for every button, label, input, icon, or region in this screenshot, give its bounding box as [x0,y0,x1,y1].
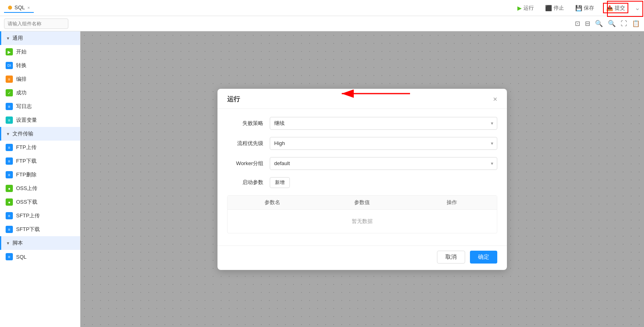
params-col-value: 参数值 [317,199,407,206]
dialog-overlay: 运行 × 失败策略 继续 结束 ▾ [80,31,644,327]
process-priority-label: 流程优先级 [227,140,263,147]
sidebar-item-success-label: 成功 [16,89,27,96]
stop-button[interactable]: ⬛ 停止 [543,4,566,12]
sidebar-category-general[interactable]: ▼ 通用 [0,31,80,45]
sidebar-item-oss-download-label: OSS下载 [16,198,37,206]
sidebar-item-schedule[interactable]: ≡ 编排 [0,72,80,86]
startup-params-label: 启动参数 [227,179,263,186]
sidebar-item-oss-upload[interactable]: ● OSS上传 [0,182,80,195]
select-tool-icon[interactable]: ⊡ [575,20,580,27]
sidebar-item-sftp-upload-label: SFTP上传 [16,212,40,219]
category-filetransfer-label: 文件传输 [12,130,33,137]
tab-dot [8,6,12,10]
sidebar: ▼ 通用 ▶ 开始 DI 转换 ≡ 编排 ✓ 成功 ≡ 写日志 ≡ 设置变量 ▼ [0,31,80,327]
main-layout: ▼ 通用 ▶ 开始 DI 转换 ≡ 编排 ✓ 成功 ≡ 写日志 ≡ 设置变量 ▼ [0,31,644,327]
sidebar-item-success[interactable]: ✓ 成功 [0,86,80,100]
sidebar-item-log[interactable]: ≡ 写日志 [0,100,80,113]
dialog-close-button[interactable]: × [493,96,497,103]
sidebar-item-schedule-label: 编排 [16,76,27,83]
failure-strategy-select[interactable]: 继续 结束 [270,117,497,130]
worker-group-select[interactable]: default [270,157,497,170]
top-toolbar: ▶ 运行 ⬛ 停止 💾 保存 📤 提交 ⌄ [515,3,640,13]
params-table: 参数名 参数值 操作 暂无数据 [227,195,497,233]
collapse-icon[interactable]: ⌄ [635,4,640,12]
sidebar-item-sftp-download-label: SFTP下载 [16,226,40,233]
fit-icon[interactable]: ⊟ [585,20,590,27]
run-button[interactable]: ▶ 运行 [515,4,536,12]
sidebar-item-log-label: 写日志 [16,103,32,110]
schedule-icon: ≡ [6,76,13,83]
transform-icon: DI [6,62,13,69]
worker-group-row: Worker分组 default ▾ [227,157,497,170]
setvar-icon: ≡ [6,116,13,124]
canvas-area[interactable]: 运行 × 失败策略 继续 结束 ▾ [80,31,644,327]
process-priority-select[interactable]: High Medium Low [270,137,497,150]
params-table-header: 参数名 参数值 操作 [228,196,497,210]
sidebar-item-oss-download[interactable]: ● OSS下载 [0,195,80,209]
sidebar-item-ftp-upload-label: FTP上传 [16,144,37,151]
cancel-button[interactable]: 取消 [437,251,465,264]
sidebar-category-script[interactable]: ▼ 脚本 [0,236,80,250]
sidebar-item-sql-label: SQL [16,254,27,260]
params-col-action: 操作 [407,199,497,206]
startup-params-header-row: 启动参数 新增 [227,177,497,188]
sidebar-item-ftp-delete[interactable]: ≡ FTP删除 [0,168,80,182]
startup-params-section: 启动参数 新增 参数名 参数值 操作 暂无数据 [227,177,497,233]
zoom-out-icon[interactable]: 🔍 [595,20,603,27]
sidebar-item-sql[interactable]: ≡ SQL [0,250,80,264]
sidebar-item-start[interactable]: ▶ 开始 [0,45,80,59]
tab-sql[interactable]: SQL × [4,3,34,13]
sidebar-item-ftp-download-label: FTP下载 [16,157,37,165]
ftp-download-icon: ≡ [6,157,13,165]
ftp-upload-icon: ≡ [6,144,13,151]
dialog-footer: 取消 确定 [217,245,507,270]
submit-label: 提交 [615,4,625,12]
search-input[interactable] [4,18,68,29]
confirm-button[interactable]: 确定 [470,251,497,264]
category-general-label: 通用 [12,35,23,42]
sftp-download-icon: ≡ [6,226,13,233]
zoom-in-icon[interactable]: 🔍 [608,20,616,27]
save-label: 保存 [584,4,594,12]
tab-list: SQL × [4,3,34,13]
sidebar-item-ftp-upload[interactable]: ≡ FTP上传 [0,141,80,154]
sidebar-item-ftp-download[interactable]: ≡ FTP下载 [0,154,80,168]
run-dialog: 运行 × 失败策略 继续 结束 ▾ [217,89,507,270]
sidebar-item-oss-upload-label: OSS上传 [16,185,37,192]
tab-close-icon[interactable]: × [27,5,30,10]
submit-icon: 📤 [606,5,613,11]
sidebar-item-sftp-download[interactable]: ≡ SFTP下载 [0,223,80,236]
stop-label: 停止 [554,4,564,12]
worker-group-select-wrapper: default ▾ [270,157,497,170]
tab-label: SQL [14,4,25,10]
oss-upload-icon: ● [6,185,13,192]
run-label: 运行 [523,4,534,12]
failure-strategy-row: 失败策略 继续 结束 ▾ [227,117,497,130]
chevron-script-icon: ▼ [6,241,10,245]
submit-button[interactable]: 📤 提交 [603,3,628,13]
save-button[interactable]: 💾 保存 [573,4,597,12]
sidebar-item-sftp-upload[interactable]: ≡ SFTP上传 [0,209,80,223]
dialog-body: 失败策略 继续 结束 ▾ 流程优先级 [217,109,507,245]
dialog-header: 运行 × [217,89,507,109]
params-empty-text: 暂无数据 [228,210,497,233]
process-priority-select-wrapper: High Medium Low ▾ [270,137,497,150]
sidebar-item-transform[interactable]: DI 转换 [0,59,80,72]
sidebar-item-transform-label: 转换 [16,62,27,69]
sidebar-item-setvar[interactable]: ≡ 设置变量 [0,113,80,127]
save-icon: 💾 [575,5,582,11]
start-icon: ▶ [6,48,13,55]
toolbar-row: ⊡ ⊟ 🔍 🔍 ⛶ 📋 [0,16,644,31]
chevron-general-icon: ▼ [6,36,10,41]
screenshot-icon[interactable]: 📋 [632,20,640,27]
sidebar-item-ftp-delete-label: FTP删除 [16,171,37,178]
success-icon: ✓ [6,89,13,96]
top-bar: SQL × ▶ 运行 ⬛ 停止 💾 保存 📤 提交 ⌄ [0,0,644,16]
add-param-button[interactable]: 新增 [270,177,290,188]
chevron-filetransfer-icon: ▼ [6,132,10,136]
fullscreen-icon[interactable]: ⛶ [621,20,627,27]
failure-strategy-label: 失败策略 [227,120,263,127]
process-priority-row: 流程优先级 High Medium Low ▾ [227,137,497,150]
sidebar-category-file-transfer[interactable]: ▼ 文件传输 [0,127,80,141]
worker-group-label: Worker分组 [227,160,263,167]
